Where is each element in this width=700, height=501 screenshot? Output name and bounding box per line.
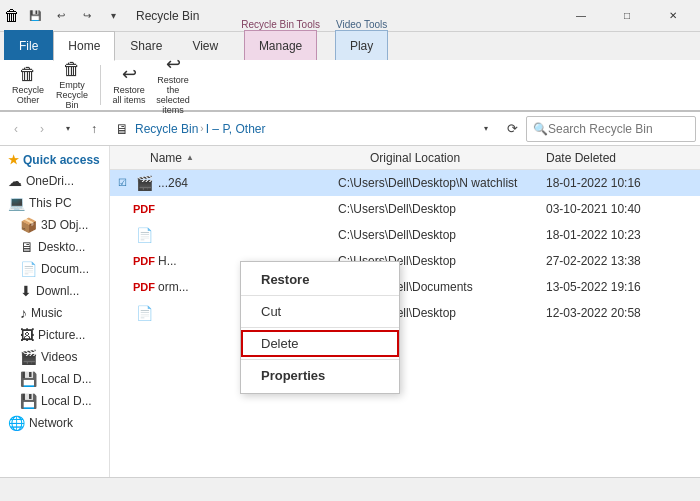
pictures-icon: 🖼: [20, 327, 34, 343]
context-menu: Restore Cut Delete Properties: [240, 261, 400, 394]
table-row[interactable]: ☐ PDF H... C:\Users\Dell\Desktop 27-02-2…: [110, 248, 700, 274]
search-box[interactable]: 🔍: [526, 116, 696, 142]
breadcrumb-pc-icon: 🖥: [115, 121, 129, 137]
star-icon: ★: [8, 153, 19, 167]
sidebar-item-pictures[interactable]: 🖼 Picture...: [0, 324, 109, 346]
context-menu-properties[interactable]: Properties: [241, 362, 399, 389]
forward-button[interactable]: ›: [30, 117, 54, 141]
row-checkbox-5[interactable]: ☐: [114, 279, 130, 295]
recycle-other-button[interactable]: 🗑 Recycle Other: [8, 65, 48, 105]
breadcrumb-recycle-bin[interactable]: Recycle Bin: [135, 122, 198, 136]
sidebar-item-downloads[interactable]: ⬇ Downl...: [0, 280, 109, 302]
context-menu-restore[interactable]: Restore: [241, 266, 399, 293]
sidebar-item-music[interactable]: ♪ Music: [0, 302, 109, 324]
dropdown-address-button[interactable]: ▾: [474, 117, 498, 141]
header-location[interactable]: Original Location: [370, 151, 546, 165]
dropdown-history-button[interactable]: ▾: [56, 117, 80, 141]
file-area: Name ▲ Original Location Date Deleted ☑ …: [110, 146, 700, 489]
doc2-file-icon: 📄: [136, 305, 153, 321]
sidebar-label-music: Music: [31, 306, 62, 320]
sidebar-label-desktop: Deskto...: [38, 240, 85, 254]
file-icon-2: PDF: [134, 199, 154, 219]
quick-access-label: Quick access: [23, 153, 100, 167]
table-row[interactable]: ☐ PDF orm... C:\Users\Dell\Documents 13-…: [110, 274, 700, 300]
pdf-file-icon: PDF: [133, 203, 155, 215]
minimize-button[interactable]: —: [558, 0, 604, 32]
quick-access-header[interactable]: ★ Quick access: [0, 150, 109, 170]
sidebar-item-3dobj[interactable]: 📦 3D Obj...: [0, 214, 109, 236]
search-input[interactable]: [548, 122, 689, 136]
status-bar: [0, 477, 700, 501]
file-date-5: 13-05-2022 19:16: [546, 280, 696, 294]
music-icon: ♪: [20, 305, 27, 321]
row-checkbox-4[interactable]: ☐: [114, 253, 130, 269]
redo-button[interactable]: ↪: [76, 5, 98, 27]
recycle-bin-tools-label: Recycle Bin Tools: [233, 17, 328, 30]
sidebar-label-locald1: Local D...: [41, 372, 92, 386]
sidebar-item-desktop[interactable]: 🖥 Deskto...: [0, 236, 109, 258]
restore-all-button[interactable]: ↩ Restore all items: [109, 65, 149, 105]
file-name-1: ...264: [158, 176, 338, 190]
up-button[interactable]: ↑: [82, 117, 106, 141]
table-row[interactable]: ☑ 🎬 ...264 C:\Users\Dell\Desktop\N watch…: [110, 170, 700, 196]
tab-manage[interactable]: Manage: [244, 30, 317, 60]
file-icon-4: PDF: [134, 251, 154, 271]
onedrive-icon: ☁: [8, 173, 22, 189]
file-date-6: 12-03-2022 20:58: [546, 306, 696, 320]
window-controls: — □ ✕: [558, 0, 696, 32]
network-icon: 🌐: [8, 415, 25, 431]
file-icon-6: 📄: [134, 303, 154, 323]
header-date[interactable]: Date Deleted: [546, 151, 696, 165]
sidebar-item-locald2[interactable]: 💾 Local D...: [0, 390, 109, 412]
qat-dropdown-button[interactable]: ▾: [102, 5, 124, 27]
sidebar-item-documents[interactable]: 📄 Docum...: [0, 258, 109, 280]
tab-play[interactable]: Play: [335, 30, 388, 60]
sidebar-item-network[interactable]: 🌐 Network: [0, 412, 109, 434]
context-menu-delete[interactable]: Delete: [241, 330, 399, 357]
close-button[interactable]: ✕: [650, 0, 696, 32]
row-checkbox-3[interactable]: ☐: [114, 227, 130, 243]
sidebar-item-onedrive[interactable]: ☁ OneDri...: [0, 170, 109, 192]
back-button[interactable]: ‹: [4, 117, 28, 141]
undo-button[interactable]: ↩: [50, 5, 72, 27]
breadcrumb-path: 🖥 Recycle Bin › I – P, Other: [115, 121, 266, 137]
context-menu-separator-2: [241, 327, 399, 328]
maximize-button[interactable]: □: [604, 0, 650, 32]
file-icon-1: 🎬: [134, 173, 154, 193]
tab-view[interactable]: View: [177, 30, 233, 60]
sidebar-item-thispc[interactable]: 💻 This PC: [0, 192, 109, 214]
file-date-1: 18-01-2022 10:16: [546, 176, 696, 190]
breadcrumb[interactable]: 🖥 Recycle Bin › I – P, Other: [108, 116, 472, 142]
context-menu-cut[interactable]: Cut: [241, 298, 399, 325]
file-icon-5: PDF: [134, 277, 154, 297]
table-row[interactable]: ☐ 📄 C:\Users\Dell\Desktop 18-01-2022 10:…: [110, 222, 700, 248]
tab-home[interactable]: Home: [53, 31, 115, 61]
empty-recycle-bin-button[interactable]: 🗑 Empty Recycle Bin: [52, 65, 92, 105]
sidebar-item-videos[interactable]: 🎬 Videos: [0, 346, 109, 368]
sort-arrow-icon: ▲: [186, 153, 194, 162]
header-name[interactable]: Name ▲: [150, 151, 370, 165]
search-icon: 🔍: [533, 122, 548, 136]
recycle-other-icon: 🗑: [19, 65, 37, 83]
table-row[interactable]: ☐ PDF C:\Users\Dell\Desktop 03-10-2021 1…: [110, 196, 700, 222]
refresh-button[interactable]: ⟳: [500, 117, 524, 141]
documents-icon: 📄: [20, 261, 37, 277]
tab-file[interactable]: File: [4, 30, 53, 60]
sidebar-label-network: Network: [29, 416, 73, 430]
context-menu-separator-3: [241, 359, 399, 360]
table-row[interactable]: ☐ 📄 C:\Users\Dell\Desktop 12-03-2022 20:…: [110, 300, 700, 326]
restore-all-icon: ↩: [122, 65, 137, 83]
pdf2-file-icon: PDF: [133, 255, 155, 267]
title-bar-left: 🗑 💾 ↩ ↪ ▾ Recycle Bin: [4, 5, 199, 27]
row-checkbox-6[interactable]: ☐: [114, 305, 130, 321]
video-tools-label: Video Tools: [328, 17, 395, 30]
pdf3-file-icon: PDF: [133, 281, 155, 293]
restore-selected-button[interactable]: ↩ Restore the selected items: [153, 65, 193, 105]
tab-share[interactable]: Share: [115, 30, 177, 60]
3dobj-icon: 📦: [20, 217, 37, 233]
breadcrumb-current[interactable]: I – P, Other: [206, 122, 266, 136]
row-checkbox-1[interactable]: ☑: [114, 175, 130, 191]
quick-save-button[interactable]: 💾: [24, 5, 46, 27]
sidebar-item-locald1[interactable]: 💾 Local D...: [0, 368, 109, 390]
row-checkbox-2[interactable]: ☐: [114, 201, 130, 217]
